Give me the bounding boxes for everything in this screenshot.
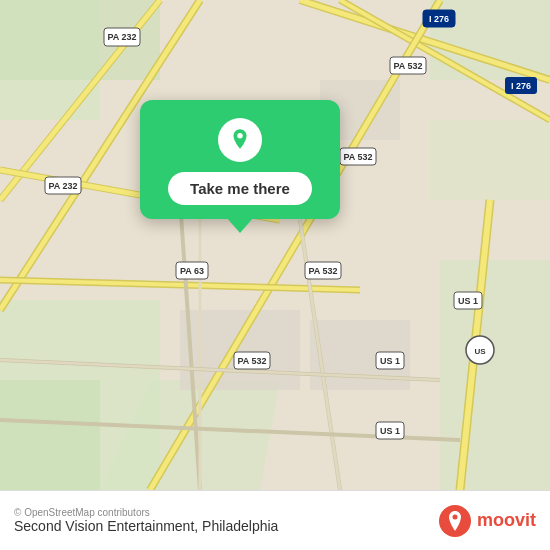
location-info: © OpenStreetMap contributors Second Visi… xyxy=(14,507,278,534)
svg-point-63 xyxy=(452,514,457,519)
svg-rect-7 xyxy=(0,380,100,490)
svg-text:PA 232: PA 232 xyxy=(107,32,136,42)
bottom-info-bar: © OpenStreetMap contributors Second Visi… xyxy=(0,490,550,550)
svg-text:PA 532: PA 532 xyxy=(393,61,422,71)
location-name: Second Vision Entertainment, Philadelphi… xyxy=(14,518,278,534)
svg-point-61 xyxy=(237,133,242,138)
svg-text:PA 232: PA 232 xyxy=(48,181,77,191)
svg-text:US 1: US 1 xyxy=(380,426,400,436)
moovit-logo: moovit xyxy=(439,505,536,537)
svg-text:PA 532: PA 532 xyxy=(308,266,337,276)
svg-rect-5 xyxy=(430,120,550,200)
svg-text:PA 63: PA 63 xyxy=(180,266,204,276)
svg-text:US: US xyxy=(474,347,486,356)
map-view: PA 232 I 276 PA 532 I 276 PA 232 PA 532 … xyxy=(0,0,550,490)
svg-text:PA 532: PA 532 xyxy=(343,152,372,162)
svg-text:I 276: I 276 xyxy=(429,14,449,24)
copyright-text: © OpenStreetMap contributors xyxy=(14,507,278,518)
navigation-popup: Take me there xyxy=(140,100,340,219)
svg-rect-9 xyxy=(180,310,300,390)
take-me-there-button[interactable]: Take me there xyxy=(168,172,312,205)
svg-text:US 1: US 1 xyxy=(458,296,478,306)
moovit-brand-text: moovit xyxy=(477,510,536,531)
svg-text:US 1: US 1 xyxy=(380,356,400,366)
svg-text:I 276: I 276 xyxy=(511,81,531,91)
svg-text:PA 532: PA 532 xyxy=(237,356,266,366)
map-pin-icon xyxy=(218,118,262,162)
